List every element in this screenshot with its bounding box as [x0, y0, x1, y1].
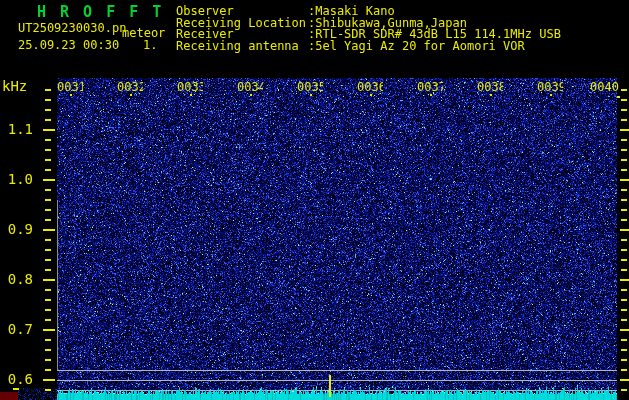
capture-timestamp: 25.09.23 00:30 — [18, 39, 119, 51]
y-tick-label: 1.0 — [0, 172, 33, 186]
info-field-value: :5el Yagi Az 20 for Aomori VOR — [308, 41, 525, 53]
x-tick-label: 0039 — [537, 81, 563, 94]
y-tick-label: 0.7 — [0, 322, 33, 336]
info-field-label: Receiving antenna — [176, 41, 308, 53]
info-field-row: Receiving antenna:5el Yagi Az 20 for Aom… — [176, 41, 561, 53]
x-tick-label: 0035 — [297, 81, 323, 94]
y-tick-label: 0.9 — [0, 222, 33, 236]
x-tick-label: 0034 — [237, 81, 263, 94]
x-tick-label: 0032 — [117, 81, 143, 94]
x-tick-label: 0040 — [590, 81, 622, 94]
x-tick-label: 0031 — [57, 81, 83, 94]
app-title: H R O F F T — [37, 5, 164, 20]
y-tick-label: 1.1 — [0, 122, 33, 136]
x-tick-label: 0033 — [177, 81, 203, 94]
y-tick-label: 0.6 — [0, 372, 33, 386]
y-tick-label: 0.8 — [0, 272, 33, 286]
capture-counter: 1. — [143, 39, 157, 51]
capture-filename: UT2509230030.pn — [18, 22, 126, 34]
x-tick-label: 0036 — [357, 81, 383, 94]
y-axis-unit-label: kHz — [2, 79, 27, 93]
hrofft-spectrogram-screen: H R O F F T UT2509230030.pn meteor 25.09… — [0, 0, 629, 400]
x-tick-label: 0038 — [477, 81, 503, 94]
x-tick-label: 0037 — [417, 81, 443, 94]
station-info-fields: Observer:Masaki KanoReceiving Location:S… — [176, 6, 561, 52]
spectrogram-canvas — [0, 0, 629, 400]
